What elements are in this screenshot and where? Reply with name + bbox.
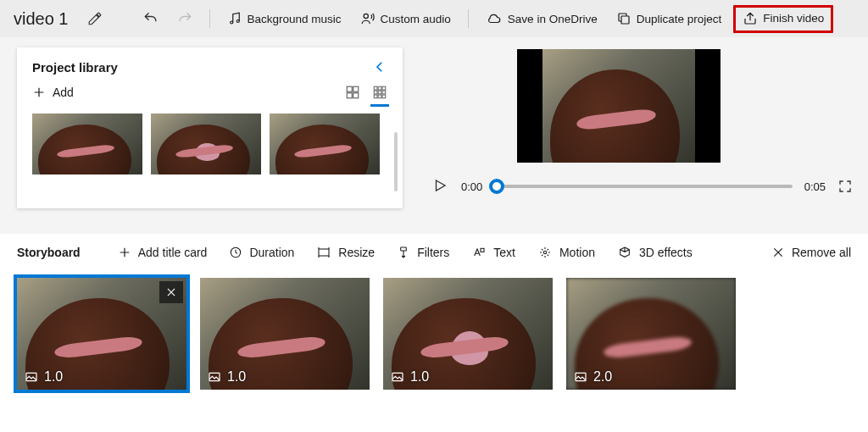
library-thumbnails <box>32 114 387 174</box>
toolbar-divider <box>468 9 469 28</box>
clip-duration: 1.0 <box>227 369 246 385</box>
svg-rect-10 <box>382 86 386 90</box>
rename-icon[interactable] <box>81 4 109 33</box>
library-thumb[interactable] <box>270 114 380 174</box>
save-onedrive-label: Save in OneDrive <box>508 13 598 25</box>
text-label: Text <box>493 246 515 259</box>
svg-rect-22 <box>26 373 36 380</box>
timeline-slider[interactable] <box>494 185 792 188</box>
fullscreen-icon[interactable] <box>837 179 853 194</box>
redo-icon <box>170 4 199 33</box>
3d-effects-button[interactable]: 3D effects <box>617 246 693 259</box>
image-icon <box>573 370 588 384</box>
svg-rect-7 <box>353 93 359 98</box>
library-column: Project library Add <box>0 37 407 234</box>
resize-icon <box>316 246 331 259</box>
background-music-label: Background music <box>248 13 342 25</box>
cloud-icon <box>486 11 503 26</box>
library-thumb[interactable] <box>151 114 261 174</box>
duration-button[interactable]: Duration <box>229 246 294 259</box>
play-button[interactable] <box>432 178 449 195</box>
collapse-library-icon[interactable] <box>372 59 387 75</box>
video-preview[interactable] <box>517 49 721 163</box>
motion-button[interactable]: Motion <box>537 246 595 259</box>
duplicate-project-button[interactable]: Duplicate project <box>609 4 729 33</box>
text-button[interactable]: Text <box>471 246 515 259</box>
toolbar-divider <box>209 9 210 28</box>
clip-meta: 1.0 <box>207 369 246 385</box>
storyboard-clip[interactable]: 1.0 <box>200 278 370 390</box>
image-icon <box>390 370 405 384</box>
clip-meta: 2.0 <box>573 369 612 385</box>
remove-all-label: Remove all <box>792 246 851 259</box>
current-time: 0:00 <box>461 180 482 193</box>
plus-icon <box>32 86 46 99</box>
clock-icon <box>229 246 242 259</box>
add-title-card-button[interactable]: Add title card <box>118 246 208 259</box>
svg-point-2 <box>364 14 368 18</box>
music-icon <box>227 11 242 26</box>
motion-icon <box>537 246 553 259</box>
remove-clip-button[interactable] <box>159 281 183 303</box>
svg-rect-25 <box>576 373 586 380</box>
save-onedrive-button[interactable]: Save in OneDrive <box>479 4 604 33</box>
person-audio-icon <box>360 11 376 26</box>
resize-label: Resize <box>338 246 375 259</box>
svg-rect-24 <box>392 373 403 380</box>
clip-meta: 1.0 <box>390 369 429 385</box>
view-small-grid-icon[interactable] <box>372 85 387 100</box>
svg-point-0 <box>230 21 232 24</box>
clip-duration: 1.0 <box>44 369 63 385</box>
finish-video-button[interactable]: Finish video <box>739 9 827 28</box>
3d-effects-label: 3D effects <box>639 246 693 259</box>
add-media-label: Add <box>53 86 74 99</box>
svg-rect-14 <box>374 95 377 98</box>
share-icon <box>743 11 758 26</box>
svg-rect-11 <box>374 91 377 94</box>
finish-video-highlight: Finish video <box>733 5 833 33</box>
duration-label: Duration <box>249 246 294 259</box>
motion-label: Motion <box>559 246 595 259</box>
storyboard-clip[interactable]: 1.0 <box>17 278 186 390</box>
svg-rect-15 <box>378 95 381 98</box>
storyboard-clips: 1.0 1.0 1.0 2.0 <box>17 278 851 390</box>
library-scrollbar[interactable] <box>394 132 398 191</box>
resize-button[interactable]: Resize <box>316 246 375 259</box>
view-large-grid-icon[interactable] <box>345 85 360 100</box>
project-library-card: Project library Add <box>17 47 403 208</box>
image-icon <box>24 370 39 384</box>
svg-rect-13 <box>382 91 386 94</box>
library-title: Project library <box>32 60 118 75</box>
svg-rect-6 <box>347 93 352 98</box>
remove-all-button[interactable]: Remove all <box>771 246 851 259</box>
svg-point-21 <box>543 251 546 253</box>
duplicate-project-label: Duplicate project <box>637 13 722 25</box>
svg-rect-5 <box>353 86 359 91</box>
plus-icon <box>118 246 131 259</box>
clip-duration: 1.0 <box>410 369 429 385</box>
finish-video-label: Finish video <box>763 12 824 25</box>
svg-rect-8 <box>374 86 377 90</box>
add-media-button[interactable]: Add <box>32 86 74 99</box>
transport-controls: 0:00 0:05 <box>432 178 853 195</box>
undo-icon[interactable] <box>136 4 165 33</box>
custom-audio-label: Custom audio <box>381 13 451 25</box>
preview-column: 0:00 0:05 <box>407 37 868 234</box>
svg-rect-16 <box>382 95 386 98</box>
main-area: Project library Add <box>0 37 868 234</box>
timeline-knob[interactable] <box>489 179 504 194</box>
svg-rect-3 <box>621 16 629 24</box>
svg-rect-4 <box>347 86 352 91</box>
library-thumb[interactable] <box>32 114 142 174</box>
filters-label: Filters <box>417 246 449 259</box>
filters-button[interactable]: Filters <box>397 246 449 259</box>
storyboard-clip[interactable]: 2.0 <box>566 278 736 390</box>
background-music-button[interactable]: Background music <box>220 4 348 33</box>
project-title: video 1 <box>8 9 75 29</box>
custom-audio-button[interactable]: Custom audio <box>353 4 458 33</box>
svg-rect-20 <box>481 248 484 252</box>
storyboard-clip[interactable]: 1.0 <box>383 278 553 390</box>
filters-icon <box>397 246 410 259</box>
storyboard-title: Storyboard <box>17 246 81 259</box>
add-title-card-label: Add title card <box>138 246 208 259</box>
